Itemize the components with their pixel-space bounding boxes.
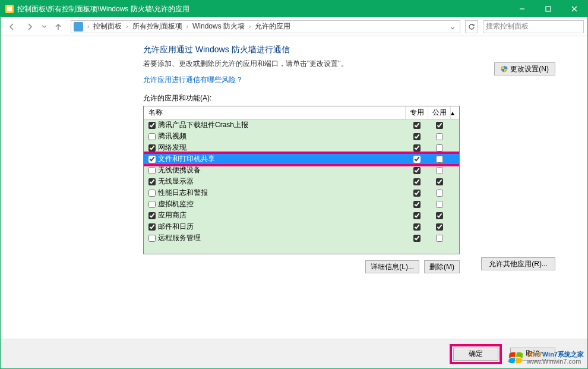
close-button[interactable] — [561, 1, 587, 17]
allowed-apps-list: 名称 专用 公用 ▴ 腾讯产品下载组件Crash上报腾讯视频网络发现文件和打印机… — [143, 106, 460, 254]
row-enable-checkbox[interactable] — [148, 144, 156, 152]
row-public-checkbox[interactable] — [436, 223, 443, 231]
row-enable-checkbox[interactable] — [148, 156, 156, 163]
row-name: 虚拟机监控 — [158, 199, 194, 209]
row-name: 应用商店 — [158, 210, 186, 220]
svg-rect-1 — [546, 7, 551, 11]
row-public-checkbox[interactable] — [436, 178, 443, 185]
row-name: 远程服务管理 — [158, 233, 201, 243]
row-enable-checkbox[interactable] — [148, 122, 156, 129]
details-button[interactable]: 详细信息(L)... — [365, 260, 419, 273]
crumb-0[interactable]: 控制面板 — [92, 21, 123, 31]
row-public-checkbox[interactable] — [436, 167, 443, 174]
list-row[interactable]: 邮件和日历 — [144, 221, 459, 232]
row-enable-checkbox[interactable] — [148, 201, 156, 208]
minimize-button[interactable] — [509, 1, 535, 17]
risk-link[interactable]: 允许应用进行通信有哪些风险？ — [143, 75, 564, 85]
ok-highlight: 确定 — [450, 344, 502, 364]
crumb-2[interactable]: Windows 防火墙 — [191, 21, 246, 31]
col-private[interactable]: 专用 — [406, 106, 428, 119]
list-row[interactable]: 性能日志和警报 — [144, 187, 459, 198]
forward-button[interactable] — [22, 20, 37, 34]
row-private-checkbox[interactable] — [413, 235, 421, 242]
row-enable-checkbox[interactable] — [148, 235, 156, 242]
window: 控制面板\所有控制面板项\Windows 防火墙\允许的应用 › 控制面板 › … — [0, 0, 588, 369]
row-public-checkbox[interactable] — [436, 201, 443, 208]
col-name[interactable]: 名称 — [144, 106, 406, 119]
titlebar: 控制面板\所有控制面板项\Windows 防火墙\允许的应用 — [1, 1, 587, 17]
chevron-right-icon: › — [86, 23, 90, 30]
remove-button[interactable]: 删除(M) — [424, 260, 460, 273]
list-row[interactable]: 腾讯视频 — [144, 131, 459, 142]
watermark-line2: www.Winwin7.com — [527, 358, 584, 365]
recent-dropdown[interactable] — [40, 20, 48, 34]
row-name: 腾讯产品下载组件Crash上报 — [158, 120, 248, 130]
list-row[interactable]: 虚拟机监控 — [144, 198, 459, 210]
chevron-right-icon: › — [125, 23, 129, 30]
row-name: 腾讯视频 — [158, 131, 186, 141]
list-row[interactable]: 腾讯产品下载组件Crash上报 — [144, 119, 459, 131]
row-private-checkbox[interactable] — [413, 190, 421, 197]
row-name: 无线显示器 — [158, 176, 194, 187]
row-private-checkbox[interactable] — [413, 212, 421, 219]
list-row[interactable]: 无线显示器 — [144, 176, 459, 187]
content: 允许应用通过 Windows 防火墙进行通信 若要添加、更改或删除所允许的应用和… — [1, 36, 587, 339]
search-placeholder: 搜索控制面板 — [486, 21, 529, 31]
row-private-checkbox[interactable] — [413, 122, 421, 129]
back-button[interactable] — [4, 20, 20, 34]
ok-button[interactable]: 确定 — [453, 348, 498, 361]
window-title: 控制面板\所有控制面板项\Windows 防火墙\允许的应用 — [17, 4, 189, 14]
watermark: Win7Win7系统之家 www.Winwin7.com — [508, 349, 584, 366]
watermark-line1: Win7系统之家 — [542, 351, 584, 358]
row-private-checkbox[interactable] — [413, 144, 421, 152]
row-enable-checkbox[interactable] — [148, 212, 156, 219]
row-enable-checkbox[interactable] — [148, 167, 156, 174]
row-public-checkbox[interactable] — [436, 190, 443, 197]
maximize-button[interactable] — [535, 1, 561, 17]
allow-other-app-button[interactable]: 允许其他应用(R)... — [481, 257, 555, 270]
row-public-checkbox[interactable] — [436, 133, 443, 140]
control-panel-icon — [74, 22, 83, 31]
row-public-checkbox[interactable] — [436, 144, 443, 152]
list-label: 允许的应用和功能(A): — [143, 93, 564, 103]
row-public-checkbox[interactable] — [436, 122, 443, 129]
breadcrumb-dropdown[interactable]: ⌄ — [448, 23, 457, 31]
row-private-checkbox[interactable] — [413, 167, 421, 174]
up-button[interactable] — [50, 20, 66, 34]
row-public-checkbox[interactable] — [436, 156, 443, 163]
shield-icon — [501, 65, 508, 72]
row-enable-checkbox[interactable] — [148, 223, 156, 231]
list-body[interactable]: 腾讯产品下载组件Crash上报腾讯视频网络发现文件和打印机共享无线便携设备无线显… — [144, 119, 459, 254]
row-private-checkbox[interactable] — [413, 156, 421, 163]
row-public-checkbox[interactable] — [436, 212, 443, 219]
refresh-button[interactable] — [465, 20, 478, 33]
col-scrollhead: ▴ — [451, 109, 459, 117]
row-private-checkbox[interactable] — [413, 223, 421, 231]
list-row[interactable]: 网络发现 — [144, 142, 459, 153]
search-input[interactable]: 搜索控制面板 — [483, 20, 584, 33]
crumb-1[interactable]: 所有控制面板项 — [131, 21, 184, 31]
row-enable-checkbox[interactable] — [148, 178, 156, 185]
crumb-3[interactable]: 允许的应用 — [254, 21, 292, 31]
row-name: 性能日志和警报 — [158, 188, 208, 198]
app-icon — [5, 5, 14, 13]
row-private-checkbox[interactable] — [413, 178, 421, 185]
breadcrumbs[interactable]: › 控制面板 › 所有控制面板项 › Windows 防火墙 › 允许的应用 ⌄ — [71, 20, 460, 33]
footer: 确定 取消 Win7Win7系统之家 www.Winwin7.com — [1, 339, 587, 368]
col-public[interactable]: 公用 — [428, 106, 451, 119]
row-enable-checkbox[interactable] — [148, 133, 156, 140]
list-row[interactable]: 无线便携设备 — [144, 165, 459, 176]
row-private-checkbox[interactable] — [413, 201, 421, 208]
list-row[interactable]: 文件和打印机共享 — [144, 153, 459, 165]
row-enable-checkbox[interactable] — [148, 190, 156, 197]
row-name: 无线便携设备 — [158, 165, 201, 175]
row-name: 网络发现 — [158, 143, 186, 153]
row-public-checkbox[interactable] — [436, 235, 443, 242]
page-heading: 允许应用通过 Windows 防火墙进行通信 — [143, 45, 564, 55]
change-settings-label: 更改设置(N) — [510, 64, 549, 74]
navbar: › 控制面板 › 所有控制面板项 › Windows 防火墙 › 允许的应用 ⌄… — [1, 17, 587, 36]
row-private-checkbox[interactable] — [413, 133, 421, 140]
change-settings-button[interactable]: 更改设置(N) — [494, 62, 555, 75]
list-row[interactable]: 远程服务管理 — [144, 232, 459, 244]
list-row[interactable]: 应用商店 — [144, 210, 459, 221]
